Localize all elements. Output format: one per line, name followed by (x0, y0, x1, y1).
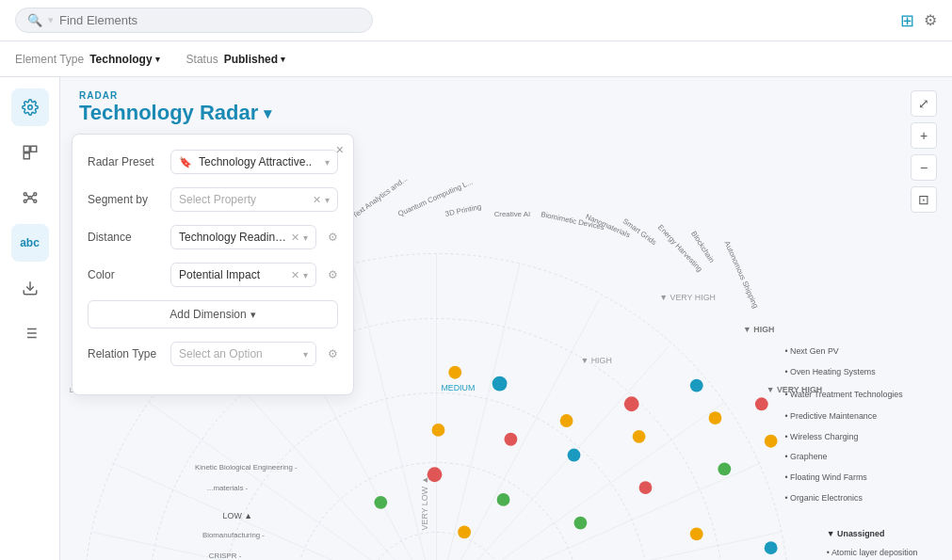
segment-by-placeholder: Select Property (179, 193, 309, 206)
search-input[interactable] (59, 13, 361, 27)
relation-type-select[interactable]: Select an Option ▾ (170, 342, 316, 366)
focus-icon: ⊡ (918, 192, 929, 207)
svg-point-70 (639, 481, 653, 494)
sidebar-item-nodes[interactable] (11, 179, 49, 216)
svg-text:• Oven Heating Systems: • Oven Heating Systems (784, 367, 876, 376)
sidebar-item-list[interactable] (11, 314, 49, 352)
svg-line-32 (437, 346, 670, 560)
svg-text:▼ Unassigned: ▼ Unassigned (827, 529, 884, 538)
svg-line-12 (31, 199, 33, 200)
add-dimension-button[interactable]: Add Dimension ▾ (88, 300, 338, 328)
element-type-dropdown[interactable]: Technology ▾ (89, 53, 159, 66)
svg-line-30 (437, 263, 521, 560)
top-bar: 🔍 ▾ ⊞ ⚙ (0, 0, 952, 41)
segment-by-label: Segment by (88, 193, 163, 206)
sidebar-item-settings[interactable] (11, 88, 49, 126)
svg-line-9 (26, 195, 28, 197)
segment-by-row: Segment by Select Property ✕ ▾ (88, 187, 338, 212)
search-icon: 🔍 (27, 13, 42, 27)
svg-text:VERY LOW ▲: VERY LOW ▲ (420, 476, 429, 531)
sidebar-item-download[interactable] (11, 269, 49, 307)
svg-point-57 (448, 366, 461, 379)
zoom-in-button[interactable]: + (911, 122, 937, 149)
radar-preset-value: Technology Attractive.. (199, 155, 321, 168)
svg-line-34 (437, 462, 762, 560)
search-box[interactable]: 🔍 ▾ (15, 8, 373, 33)
expand-icon: ⤢ (918, 96, 929, 111)
svg-text:• Wireless Charging: • Wireless Charging (784, 432, 858, 441)
svg-line-35 (437, 532, 781, 560)
filter-icon[interactable]: ⊞ (900, 10, 914, 31)
svg-point-76 (765, 435, 778, 448)
svg-text:CRISPR -: CRISPR - (209, 552, 242, 560)
main-layout: abc RADAR Technology Radar ▾ × Radar Pre… (0, 77, 952, 560)
distance-value: Technology Readiness (179, 231, 287, 244)
distance-filter-icon[interactable]: ⚙ (328, 231, 338, 244)
segment-by-select[interactable]: Select Property ✕ ▾ (170, 187, 338, 212)
svg-rect-2 (30, 146, 36, 152)
svg-text:Kinetic Biological Engineering: Kinetic Biological Engineering - (195, 463, 298, 472)
svg-point-60 (458, 525, 471, 538)
relation-type-filter-icon[interactable]: ⚙ (328, 347, 338, 360)
color-value: Potential Impact (179, 268, 287, 281)
bookmark-icon: 🔖 (179, 156, 192, 168)
svg-point-63 (497, 493, 510, 506)
element-type-label: Element Type (15, 53, 84, 66)
color-select[interactable]: Potential Impact ✕ ▾ (170, 263, 316, 287)
color-clear[interactable]: ✕ (291, 269, 299, 281)
content-area: RADAR Technology Radar ▾ × Radar Preset … (60, 77, 952, 560)
tune-icon[interactable]: ⚙ (924, 11, 937, 29)
color-filter-icon[interactable]: ⚙ (328, 268, 338, 281)
sidebar-item-layers[interactable] (11, 134, 49, 171)
color-label: Color (88, 268, 163, 281)
top-bar-icons: ⊞ ⚙ (900, 10, 937, 31)
svg-text:• Atomic layer deposition: • Atomic layer deposition (827, 548, 918, 557)
svg-point-61 (492, 376, 508, 392)
svg-point-0 (27, 105, 32, 110)
element-type-value: Technology (89, 53, 152, 66)
status-dropdown[interactable]: Published ▾ (224, 53, 285, 66)
radar-preset-chevron: ▾ (325, 157, 330, 168)
svg-point-69 (633, 430, 646, 443)
search-dropdown-icon[interactable]: ▾ (48, 14, 54, 26)
svg-text:• Next Gen PV: • Next Gen PV (784, 346, 838, 356)
focus-button[interactable]: ⊡ (911, 186, 937, 213)
svg-point-6 (33, 193, 36, 196)
svg-rect-3 (24, 153, 29, 159)
svg-point-67 (574, 517, 588, 530)
svg-point-5 (24, 193, 26, 196)
radar-preset-row: Radar Preset 🔖 Technology Attractive.. ▾ (88, 150, 338, 174)
svg-text:Autonomous Shipping: Autonomous Shipping (723, 240, 761, 310)
svg-text:• Organic Electronics: • Organic Electronics (784, 493, 863, 503)
segment-by-clear[interactable]: ✕ (313, 194, 321, 206)
svg-point-66 (568, 449, 581, 462)
relation-type-chevron: ▾ (303, 349, 308, 360)
svg-text:...materials -: ...materials - (207, 484, 249, 492)
expand-button[interactable]: ⤢ (911, 90, 937, 117)
radar-preset-label: Radar Preset (88, 155, 163, 168)
svg-point-75 (755, 397, 768, 410)
svg-point-62 (505, 433, 518, 446)
svg-point-68 (624, 396, 639, 411)
distance-clear[interactable]: ✕ (291, 232, 299, 244)
svg-text:▼ HIGH: ▼ HIGH (743, 325, 774, 334)
status-value: Published (224, 53, 278, 66)
svg-text:• Floating Wind Farms: • Floating Wind Farms (784, 472, 867, 482)
relation-type-label: Relation Type (88, 347, 163, 360)
svg-line-24 (111, 462, 436, 560)
svg-text:▼ VERY HIGH: ▼ VERY HIGH (766, 385, 822, 394)
radar-preset-select[interactable]: 🔖 Technology Attractive.. ▾ (170, 150, 338, 174)
settings-panel: × Radar Preset 🔖 Technology Attractive..… (72, 134, 354, 395)
svg-text:• Graphene: • Graphene (784, 452, 827, 461)
status-chevron: ▾ (281, 55, 285, 64)
panel-close-button[interactable]: × (336, 142, 344, 157)
svg-point-7 (24, 200, 26, 202)
svg-text:▼ HIGH: ▼ HIGH (580, 356, 611, 365)
distance-select[interactable]: Technology Readiness ✕ ▾ (170, 225, 316, 249)
svg-point-79 (690, 527, 703, 540)
svg-point-59 (428, 467, 443, 482)
minus-icon: − (920, 160, 928, 175)
sidebar-item-labels[interactable]: abc (11, 224, 49, 262)
zoom-out-button[interactable]: − (911, 154, 937, 181)
svg-text:▼ VERY HIGH: ▼ VERY HIGH (659, 293, 716, 302)
